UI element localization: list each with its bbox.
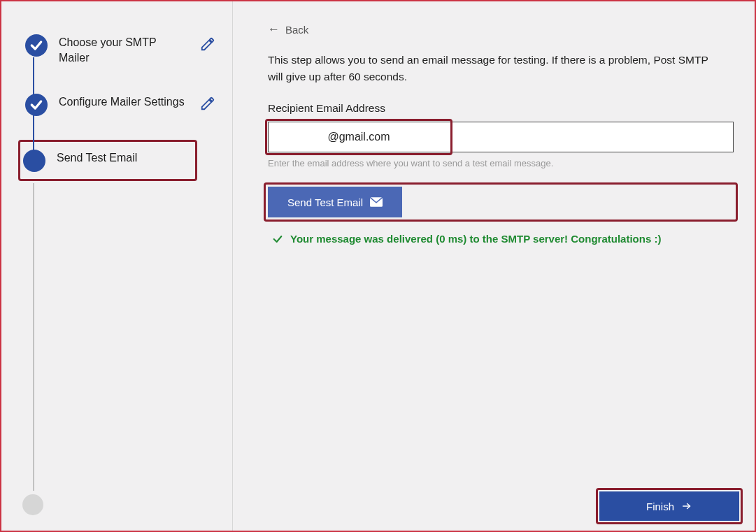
check-icon <box>25 94 48 116</box>
back-label: Back <box>285 24 308 36</box>
current-step-icon <box>23 150 45 172</box>
step-final <box>22 494 43 515</box>
mail-icon <box>370 197 383 207</box>
send-label: Send Test Email <box>287 196 363 208</box>
recipient-input-wrap: @gmail.com <box>268 122 734 152</box>
finish-button[interactable]: Finish <box>599 491 739 521</box>
step-label: Configure Mailer Settings <box>59 93 189 110</box>
pencil-icon[interactable] <box>200 36 215 52</box>
step-send-test-email[interactable]: Send Test Email <box>18 140 197 181</box>
step-label: Send Test Email <box>57 149 188 166</box>
check-icon <box>272 233 283 245</box>
send-button-wrap: Send Test Email <box>268 187 734 217</box>
finish-label: Finish <box>646 501 674 512</box>
check-icon <box>25 34 48 57</box>
send-test-email-button[interactable]: Send Test Email <box>268 187 402 217</box>
step-connector <box>33 183 34 491</box>
step-label: Choose your SMTP Mailer <box>59 34 189 65</box>
pencil-icon[interactable] <box>200 96 215 111</box>
recipient-email-input[interactable] <box>268 122 734 152</box>
final-step-icon <box>22 494 43 515</box>
back-button[interactable]: ← Back <box>268 22 734 36</box>
success-message: Your message was delivered (0 ms) to the… <box>272 233 734 245</box>
finish-button-wrap: Finish <box>599 491 739 521</box>
wizard-main: ← Back This step allows you to send an e… <box>232 1 755 531</box>
arrow-left-icon: ← <box>268 22 280 36</box>
recipient-label: Recipient Email Address <box>268 102 734 115</box>
step-description: This step allows you to send an email me… <box>268 52 715 85</box>
step-choose-mailer[interactable]: Choose your SMTP Mailer <box>22 29 218 69</box>
arrow-right-icon <box>681 501 692 511</box>
step-configure-settings[interactable]: Configure Mailer Settings <box>22 89 218 120</box>
success-text: Your message was delivered (0 ms) to the… <box>290 233 661 245</box>
recipient-helper: Enter the email address where you want t… <box>268 158 734 168</box>
wizard-sidebar: Choose your SMTP Mailer Configure Mailer… <box>1 1 232 531</box>
wizard-frame: Choose your SMTP Mailer Configure Mailer… <box>0 0 756 532</box>
